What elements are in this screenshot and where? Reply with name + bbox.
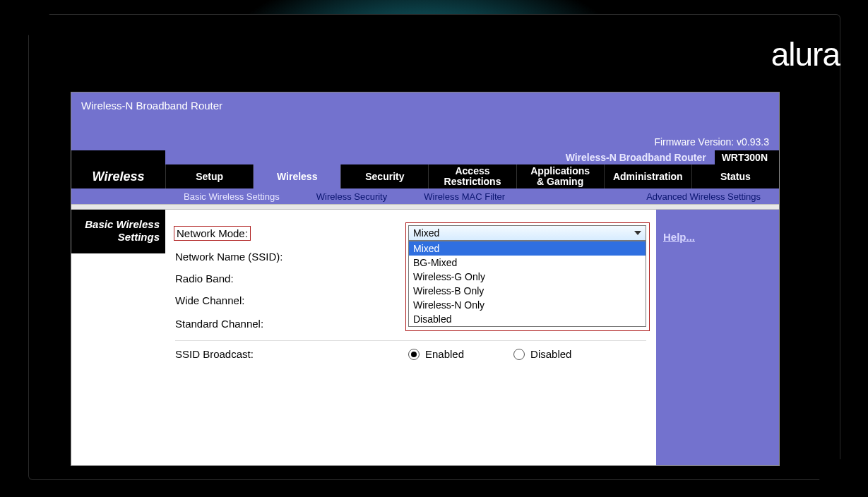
tab-security[interactable]: Security xyxy=(340,164,428,188)
standard-channel-label: Standard Channel: xyxy=(175,318,408,330)
firmware-version: Firmware Version: v0.93.3 xyxy=(654,136,769,148)
form-panel: Network Mode: Mixed Mixed BG-Mixed Wirel… xyxy=(165,210,656,465)
subtab-wireless-security[interactable]: Wireless Security xyxy=(298,191,405,202)
side-heading: Basic Wireless Settings xyxy=(71,210,165,253)
sub-tab-row: Basic Wireless Settings Wireless Securit… xyxy=(71,188,779,204)
model-row: Wireless-N Broadband Router WRT300N xyxy=(71,150,779,164)
tab-status[interactable]: Status xyxy=(691,164,779,188)
option-wireless-g[interactable]: Wireless-G Only xyxy=(409,270,646,284)
option-wireless-b[interactable]: Wireless-B Only xyxy=(409,284,646,298)
wide-channel-label: Wide Channel: xyxy=(175,294,408,306)
subtab-mac-filter[interactable]: Wireless MAC Filter xyxy=(405,191,523,202)
option-wireless-n[interactable]: Wireless-N Only xyxy=(409,298,646,312)
option-disabled[interactable]: Disabled xyxy=(409,312,646,326)
brand-logo: alura xyxy=(771,35,840,73)
model-label: Wireless-N Broadband Router xyxy=(566,152,706,163)
tab-applications-gaming[interactable]: Applications & Gaming xyxy=(516,164,604,188)
router-title: Wireless-N Broadband Router xyxy=(81,100,769,112)
enabled-label: Enabled xyxy=(425,348,464,360)
tab-setup[interactable]: Setup xyxy=(165,164,253,188)
top-banner: Wireless-N Broadband Router Firmware Ver… xyxy=(71,92,779,150)
ssid-broadcast-enabled-radio[interactable]: Enabled xyxy=(408,348,464,360)
chevron-down-icon xyxy=(634,231,641,235)
divider xyxy=(71,204,779,210)
content-area: Basic Wireless Settings Network Mode: Mi… xyxy=(71,210,779,465)
option-bg-mixed[interactable]: BG-Mixed xyxy=(409,256,646,270)
network-mode-select[interactable]: Mixed Mixed BG-Mixed Wireless-G Only Wir… xyxy=(408,225,646,241)
network-mode-label: Network Mode: xyxy=(175,227,249,239)
option-mixed[interactable]: Mixed xyxy=(409,241,646,256)
ssid-broadcast-disabled-radio[interactable]: Disabled xyxy=(513,348,571,360)
disabled-label: Disabled xyxy=(530,348,571,360)
radio-checked-icon xyxy=(408,349,420,360)
model-number: WRT300N xyxy=(715,150,775,164)
network-mode-dropdown[interactable]: Mixed BG-Mixed Wireless-G Only Wireless-… xyxy=(408,241,646,327)
tab-access-restrictions[interactable]: Access Restrictions xyxy=(428,164,516,188)
help-sidebar: Help... xyxy=(656,210,779,465)
network-mode-selected-value: Mixed xyxy=(413,227,439,239)
section-label: Wireless xyxy=(71,164,165,188)
subtab-advanced-wireless[interactable]: Advanced Wireless Settings xyxy=(628,191,779,202)
radio-band-label: Radio Band: xyxy=(175,273,408,285)
main-tab-row: Wireless Setup Wireless Security Access … xyxy=(71,164,779,188)
tab-wireless[interactable]: Wireless xyxy=(253,164,340,188)
radio-unchecked-icon xyxy=(513,349,525,360)
help-link[interactable]: Help... xyxy=(663,231,772,243)
ssid-broadcast-label: SSID Broadcast: xyxy=(175,348,408,360)
ssid-label: Network Name (SSID): xyxy=(175,251,408,263)
router-admin-window: Wireless-N Broadband Router Firmware Ver… xyxy=(71,92,780,466)
subtab-basic-wireless[interactable]: Basic Wireless Settings xyxy=(165,191,298,202)
tab-administration[interactable]: Administration xyxy=(604,164,691,188)
